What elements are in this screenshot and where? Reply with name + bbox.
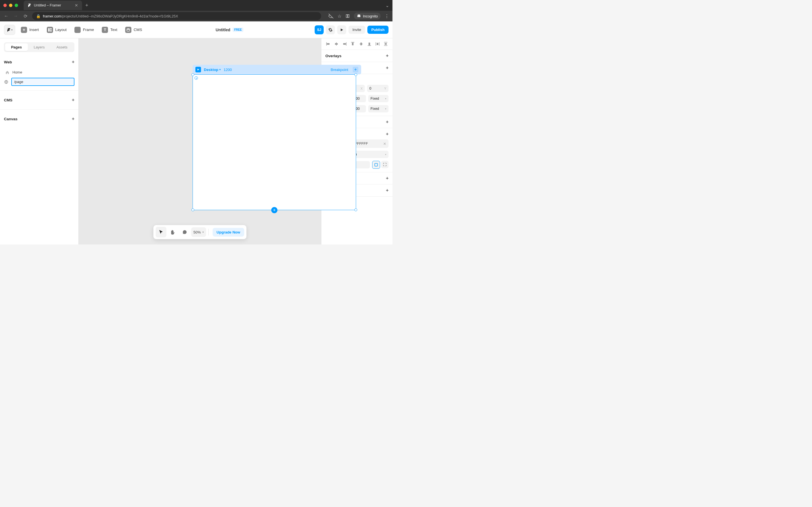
- url-actions: ☆ Incognito ⋮: [328, 13, 389, 19]
- insert-button[interactable]: + Insert: [18, 25, 41, 35]
- cms-button[interactable]: CMS: [123, 25, 144, 35]
- framer-menu-button[interactable]: ▾: [4, 25, 15, 35]
- radius-mode-toggle: [372, 161, 389, 169]
- settings-button[interactable]: [326, 25, 335, 34]
- cms-icon: [125, 27, 132, 33]
- frame-preview-button[interactable]: [195, 67, 201, 72]
- add-section-button[interactable]: +: [271, 207, 277, 213]
- nav-reload-icon[interactable]: ⟳: [22, 13, 28, 19]
- resize-handle-bl[interactable]: [192, 209, 194, 211]
- text-button[interactable]: T Text: [100, 25, 119, 35]
- text-icon: T: [102, 27, 108, 33]
- distribute-v-icon[interactable]: [383, 42, 389, 46]
- pos-y-input[interactable]: 0Y: [367, 85, 389, 92]
- project-title[interactable]: Untitled: [216, 27, 231, 32]
- divider: [208, 229, 209, 235]
- preview-button[interactable]: [337, 25, 346, 34]
- svg-rect-10: [327, 43, 329, 45]
- align-left-icon[interactable]: [325, 42, 331, 46]
- window-maximize[interactable]: [15, 4, 18, 7]
- tab-assets[interactable]: Assets: [50, 43, 73, 51]
- panel-tabs: Pages Layers Assets: [4, 42, 74, 52]
- main-area: Pages Layers Assets Web + Home CMS + Can…: [0, 38, 393, 244]
- distribute-h-icon[interactable]: [375, 42, 380, 46]
- height-mode-select[interactable]: Fixed▾: [368, 105, 389, 112]
- radius-individual-button[interactable]: [381, 161, 389, 168]
- align-top-icon[interactable]: [350, 42, 356, 46]
- upgrade-button[interactable]: Upgrade Now: [213, 228, 244, 237]
- frame-header[interactable]: Desktop ▾ 1200 Breakpoint +: [193, 65, 361, 74]
- frame-device-label: Desktop: [204, 68, 218, 72]
- incognito-badge[interactable]: Incognito: [354, 13, 380, 19]
- clear-fill-icon[interactable]: ✕: [383, 142, 386, 146]
- align-right-icon[interactable]: [342, 42, 347, 46]
- add-web-page-button[interactable]: +: [72, 59, 74, 64]
- align-center-h-icon[interactable]: [334, 42, 339, 46]
- align-center-v-icon[interactable]: [358, 42, 364, 46]
- page-item-home[interactable]: Home: [4, 68, 74, 76]
- publish-button[interactable]: Publish: [367, 25, 389, 34]
- hand-tool[interactable]: [167, 227, 178, 237]
- menu-icon[interactable]: ⋮: [385, 13, 389, 19]
- comment-tool[interactable]: [179, 227, 190, 237]
- toolbar-center: Untitled FREE: [216, 27, 244, 32]
- layout-icon: [47, 27, 53, 33]
- frame-size[interactable]: 1200: [223, 68, 232, 72]
- add-cms-button[interactable]: +: [72, 98, 74, 103]
- alignment-row: [321, 38, 393, 50]
- frame-body[interactable]: +: [193, 74, 356, 210]
- invite-button[interactable]: Invite: [349, 25, 365, 34]
- add-breakpoint-button[interactable]: +: [353, 67, 358, 72]
- breakpoint-label[interactable]: Breakpoint: [331, 68, 348, 72]
- align-bottom-icon[interactable]: [366, 42, 372, 46]
- chevron-down-icon: ▾: [385, 153, 386, 156]
- svg-rect-6: [50, 30, 52, 32]
- add-handoff-button[interactable]: +: [386, 188, 389, 193]
- frame-icon: [74, 27, 81, 33]
- eye-off-icon[interactable]: [328, 13, 334, 18]
- canvas[interactable]: Desktop ▾ 1200 Breakpoint + +: [79, 38, 321, 244]
- url-input[interactable]: 🔒 framer.com/projects/Untitled--mZ98oDWa…: [32, 12, 321, 20]
- add-layout-button[interactable]: +: [386, 119, 389, 124]
- tab-close-icon[interactable]: ✕: [75, 3, 78, 8]
- left-panel: Pages Layers Assets Web + Home CMS + Can…: [0, 38, 79, 244]
- add-link-button[interactable]: +: [386, 65, 389, 70]
- layout-button[interactable]: Layout: [45, 25, 69, 35]
- add-canvas-button[interactable]: +: [72, 116, 74, 121]
- origin-indicator-icon: [195, 76, 198, 80]
- resize-handle-tl[interactable]: [192, 73, 194, 76]
- resize-handle-br[interactable]: [354, 209, 357, 211]
- frame-button[interactable]: Frame: [72, 25, 96, 35]
- toolbar-right: SJ Invite Publish: [315, 25, 389, 34]
- framer-logo-icon: [7, 28, 11, 32]
- extensions-icon[interactable]: [345, 14, 350, 18]
- svg-rect-14: [343, 43, 346, 45]
- section-cms-label: CMS: [4, 98, 12, 102]
- frame-device-select[interactable]: Desktop ▾: [204, 68, 221, 72]
- browser-tab[interactable]: Untitled – Framer ✕: [24, 1, 82, 10]
- nav-forward-icon: →: [13, 13, 18, 18]
- tab-pages[interactable]: Pages: [5, 43, 28, 51]
- avatar-button[interactable]: SJ: [315, 25, 324, 34]
- window-minimize[interactable]: [9, 4, 12, 7]
- tabs-dropdown-icon[interactable]: ⌄: [386, 3, 389, 8]
- add-override-button[interactable]: +: [386, 176, 389, 181]
- add-overlay-button[interactable]: +: [386, 53, 389, 58]
- resize-handle-tr[interactable]: [354, 73, 357, 76]
- width-mode-select[interactable]: Fixed▾: [368, 95, 389, 102]
- radius-all-button[interactable]: [372, 161, 380, 169]
- add-style-button[interactable]: +: [386, 131, 389, 136]
- tab-layers[interactable]: Layers: [28, 43, 51, 51]
- new-tab-button[interactable]: +: [86, 3, 89, 8]
- page-name-input[interactable]: [11, 78, 74, 86]
- star-icon[interactable]: ☆: [338, 13, 342, 19]
- svg-rect-27: [375, 163, 377, 166]
- browser-chrome: Untitled – Framer ✕ + ⌄ ← → ⟳ 🔒 framer.c…: [0, 0, 393, 21]
- window-close[interactable]: [3, 4, 7, 7]
- nav-back-icon[interactable]: ←: [3, 13, 9, 18]
- cursor-tool[interactable]: [156, 227, 166, 237]
- svg-rect-4: [48, 28, 50, 32]
- plus-icon: +: [21, 27, 27, 33]
- chevron-down-icon: ▾: [219, 68, 221, 71]
- zoom-select[interactable]: 50% ▾: [191, 227, 206, 237]
